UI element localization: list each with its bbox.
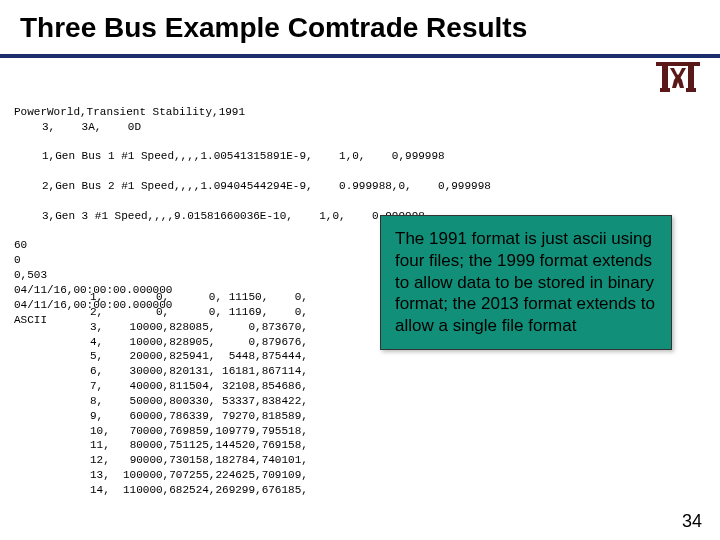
table-row: 3, 10000,828085, 0,873670, <box>90 320 308 335</box>
comtrade-dat-text: 1, 0, 0, 11150, 0, 2, 0, 0, 11169, 0, 3,… <box>90 290 308 498</box>
cfg-filetype: ASCII <box>14 314 47 326</box>
page-number: 34 <box>682 511 702 532</box>
cfg-channels: 3, 3A, 0D <box>14 120 491 135</box>
cfg-ch1: 1,Gen Bus 1 #1 Speed,,,,1.00541315891E-9… <box>14 149 491 164</box>
title-bar: Three Bus Example Comtrade Results <box>0 0 720 58</box>
table-row: 14, 110000,682524,269299,676185, <box>90 483 308 498</box>
svg-marker-6 <box>672 74 684 88</box>
table-row: 5, 20000,825941, 5448,875444, <box>90 349 308 364</box>
table-row: 9, 60000,786339, 79270,818589, <box>90 409 308 424</box>
table-row: 8, 50000,800330, 53337,838422, <box>90 394 308 409</box>
callout-box: The 1991 format is just ascii using four… <box>380 215 672 350</box>
table-row: 6, 30000,820131, 16181,867114, <box>90 364 308 379</box>
table-row: 2, 0, 0, 11169, 0, <box>90 305 308 320</box>
cfg-ch2: 2,Gen Bus 2 #1 Speed,,,,1.09404544294E-9… <box>14 179 491 194</box>
cfg-endsamp: 0,503 <box>14 269 47 281</box>
page-title: Three Bus Example Comtrade Results <box>20 12 700 44</box>
cfg-header: PowerWorld,Transient Stability,1991 <box>14 106 245 118</box>
cfg-freq: 60 <box>14 239 27 251</box>
tamu-logo <box>656 62 700 96</box>
table-row: 1, 0, 0, 11150, 0, <box>90 290 308 305</box>
callout-text: The 1991 format is just ascii using four… <box>395 228 657 337</box>
table-row: 13, 100000,707255,224625,709109, <box>90 468 308 483</box>
table-row: 10, 70000,769859,109779,795518, <box>90 424 308 439</box>
table-row: 12, 90000,730158,182784,740101, <box>90 453 308 468</box>
svg-rect-1 <box>662 66 668 88</box>
cfg-nrates: 0 <box>14 254 21 266</box>
table-row: 7, 40000,811504, 32108,854686, <box>90 379 308 394</box>
table-row: 11, 80000,751125,144520,769158, <box>90 438 308 453</box>
svg-rect-2 <box>688 66 694 88</box>
svg-rect-3 <box>660 88 670 92</box>
svg-rect-0 <box>656 62 700 66</box>
table-row: 4, 10000,828905, 0,879676, <box>90 335 308 350</box>
svg-rect-4 <box>686 88 696 92</box>
